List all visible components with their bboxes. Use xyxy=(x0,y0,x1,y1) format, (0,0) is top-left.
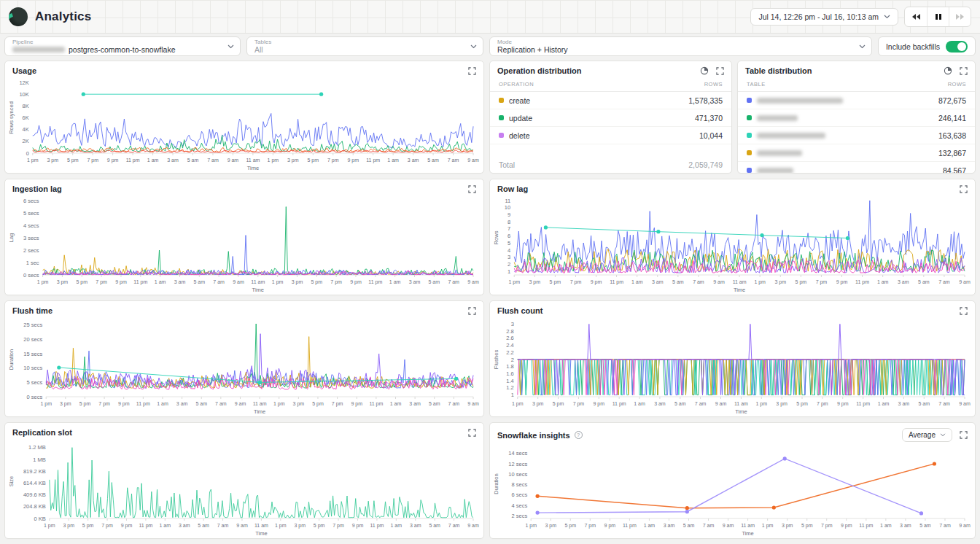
flush-count-chart[interactable]: 11.21.41.61.822.22.42.62.831 pm3 pm5 pm7… xyxy=(491,316,973,416)
svg-text:11: 11 xyxy=(505,198,510,204)
svg-text:2 secs: 2 secs xyxy=(512,513,528,519)
mode-label: Mode xyxy=(497,39,855,45)
svg-text:1 am: 1 am xyxy=(391,523,402,528)
fullscreen-button[interactable] xyxy=(960,307,968,315)
fullscreen-button[interactable] xyxy=(468,429,476,437)
include-backfills-toggle[interactable] xyxy=(946,41,968,53)
svg-text:3 pm: 3 pm xyxy=(60,401,71,407)
svg-text:9 am: 9 am xyxy=(467,158,479,163)
svg-text:Time: Time xyxy=(742,530,753,537)
svg-text:5 pm: 5 pm xyxy=(311,279,323,285)
svg-text:9 pm: 9 pm xyxy=(121,523,133,529)
pipeline-select[interactable]: Pipeline postgres-common-to-snowflake xyxy=(4,36,241,56)
fullscreen-button[interactable] xyxy=(468,67,476,75)
svg-text:1.4: 1.4 xyxy=(506,378,513,384)
fullscreen-button[interactable] xyxy=(960,185,968,193)
table-row[interactable]: delete10,044 xyxy=(490,127,731,144)
svg-text:3 am: 3 am xyxy=(410,523,421,528)
table-row[interactable]: create1,578,335 xyxy=(490,92,731,109)
svg-text:15 secs: 15 secs xyxy=(23,351,42,357)
svg-text:11 am: 11 am xyxy=(254,523,268,528)
flush-time-chart[interactable]: 0 secs5 secs10 secs15 secs20 secs25 secs… xyxy=(7,316,482,416)
svg-text:3 am: 3 am xyxy=(664,523,675,528)
svg-text:11 pm: 11 pm xyxy=(133,279,147,285)
card-title: Operation distribution xyxy=(497,66,582,75)
svg-text:7 pm: 7 pm xyxy=(87,158,98,163)
svg-text:Flushes: Flushes xyxy=(493,350,499,370)
svg-text:3 secs: 3 secs xyxy=(23,235,39,241)
svg-text:7 pm: 7 pm xyxy=(821,523,833,529)
svg-text:3 pm: 3 pm xyxy=(47,158,58,163)
pie-view-button[interactable] xyxy=(700,66,709,75)
forward-button[interactable] xyxy=(949,7,971,26)
svg-text:5 pm: 5 pm xyxy=(801,523,813,529)
table-row[interactable]: 132,867 xyxy=(738,144,975,162)
table-row[interactable]: 872,675 xyxy=(738,92,975,109)
table-row[interactable]: update471,370 xyxy=(490,109,731,127)
svg-text:1 pm: 1 pm xyxy=(512,401,524,407)
svg-text:5 pm: 5 pm xyxy=(553,401,564,407)
fullscreen-button[interactable] xyxy=(960,431,968,439)
svg-text:5 pm: 5 pm xyxy=(82,523,94,529)
svg-text:3 pm: 3 pm xyxy=(57,279,69,285)
table-row[interactable]: 163,638 xyxy=(738,127,975,144)
svg-text:11 pm: 11 pm xyxy=(139,523,152,529)
svg-text:9 am: 9 am xyxy=(235,401,246,406)
date-range-select[interactable]: Jul 14, 12:26 pm - Jul 16, 10:13 am xyxy=(750,8,898,26)
svg-text:9 am: 9 am xyxy=(713,279,725,284)
fullscreen-button[interactable] xyxy=(716,67,724,75)
svg-text:4: 4 xyxy=(508,247,510,254)
usage-chart[interactable]: 02K4K6K8K10K12K1 pm3 pm5 pm7 pm9 pm11 pm… xyxy=(7,77,482,172)
svg-text:7 am: 7 am xyxy=(448,401,460,406)
pause-button[interactable] xyxy=(927,7,949,26)
svg-text:1 am: 1 am xyxy=(389,279,401,284)
svg-text:9 am: 9 am xyxy=(236,523,248,528)
svg-text:1 am: 1 am xyxy=(878,401,890,406)
svg-text:5 am: 5 am xyxy=(918,401,930,406)
svg-text:Time: Time xyxy=(247,165,259,171)
svg-text:1.2: 1.2 xyxy=(506,384,513,391)
svg-text:1 am: 1 am xyxy=(880,523,892,528)
pipeline-label: Pipeline xyxy=(12,39,224,45)
mode-value: Replication + History xyxy=(497,45,855,54)
table-row[interactable]: 246,141 xyxy=(738,109,975,127)
table-distribution-card: Table distribution TABLE ROWS 872,675246… xyxy=(737,61,976,174)
info-icon[interactable]: ? xyxy=(575,431,583,439)
svg-text:1 pm: 1 pm xyxy=(273,401,285,407)
svg-text:Lag: Lag xyxy=(8,233,15,243)
rewind-button[interactable] xyxy=(905,7,927,26)
svg-text:3 pm: 3 pm xyxy=(532,401,544,407)
svg-text:11 pm: 11 pm xyxy=(366,158,380,163)
svg-text:3 am: 3 am xyxy=(179,523,190,528)
tables-select[interactable]: Tables All xyxy=(246,36,483,56)
fullscreen-button[interactable] xyxy=(960,67,968,75)
svg-text:10 secs: 10 secs xyxy=(23,365,42,371)
top-bar: Analytics Jul 14, 12:26 pm - Jul 16, 10:… xyxy=(0,0,980,34)
total-value: 2,059,749 xyxy=(688,160,723,169)
svg-text:7 am: 7 am xyxy=(938,401,950,406)
pie-chart-icon xyxy=(700,66,709,75)
svg-text:7 am: 7 am xyxy=(448,523,460,528)
svg-text:0 secs: 0 secs xyxy=(23,272,39,279)
ingestion-lag-chart[interactable]: 0 secs1 sec2 secs3 secs4 secs5 secs6 sec… xyxy=(7,195,482,294)
svg-text:5 secs: 5 secs xyxy=(23,210,39,217)
svg-text:1 pm: 1 pm xyxy=(272,279,284,285)
svg-text:Time: Time xyxy=(255,530,267,537)
table-row[interactable]: 84,567 xyxy=(738,162,975,173)
svg-text:3 pm: 3 pm xyxy=(292,279,303,285)
svg-text:3 am: 3 am xyxy=(409,279,421,284)
aggregation-select[interactable]: Average xyxy=(902,428,952,442)
fullscreen-button[interactable] xyxy=(468,307,476,315)
fullscreen-button[interactable] xyxy=(468,185,476,193)
svg-text:1 am: 1 am xyxy=(147,158,159,163)
mode-select[interactable]: Mode Replication + History xyxy=(489,36,872,56)
snowflake-insights-chart[interactable]: 2 secs4 secs6 secs8 secs10 secs12 secs14… xyxy=(491,443,973,537)
pie-view-button[interactable] xyxy=(944,66,952,75)
card-title: Table distribution xyxy=(745,66,812,75)
svg-text:2 secs: 2 secs xyxy=(23,247,39,254)
svg-text:5 secs: 5 secs xyxy=(27,379,43,386)
row-lag-chart[interactable]: 12345678910111 pm3 pm5 pm7 pm9 pm11 pm1 … xyxy=(491,195,973,294)
svg-text:7 pm: 7 pm xyxy=(327,158,339,163)
svg-text:1 pm: 1 pm xyxy=(762,523,774,529)
replication-slot-chart[interactable]: 0 KB204.8 KB409.6 KB614.4 KB819.2 KB1 MB… xyxy=(7,438,482,537)
